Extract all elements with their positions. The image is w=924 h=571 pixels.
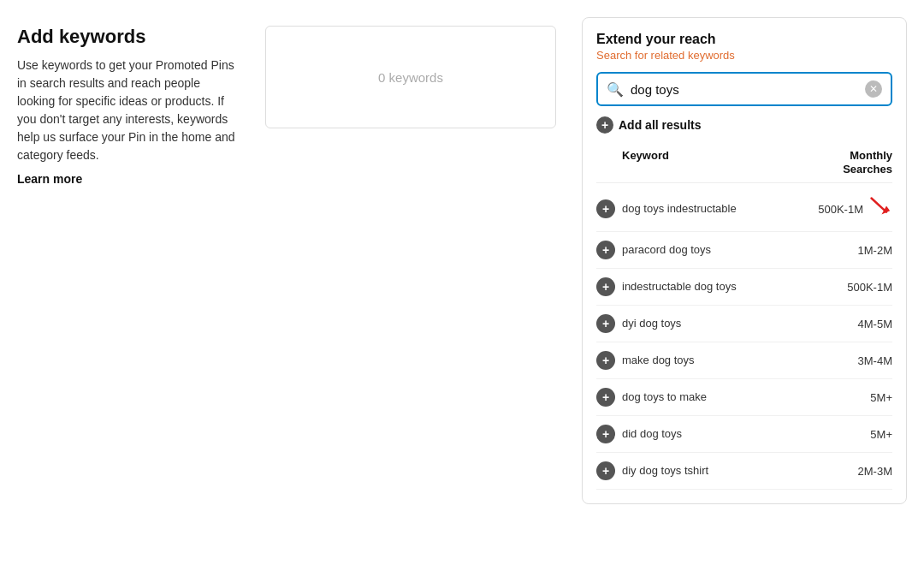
add-keyword-icon[interactable]: + [596, 241, 615, 259]
extend-reach-subtitle: Search for related keywords [596, 49, 892, 62]
keyword-monthly-searches: 3M-4M [858, 354, 892, 367]
keyword-monthly-searches: 4M-5M [858, 318, 892, 330]
keyword-row: +diy dog toys tshirt2M-3M [596, 453, 892, 490]
keyword-row: +make dog toys3M-4M [596, 342, 892, 379]
keywords-placeholder: 0 keywords [378, 70, 443, 85]
left-panel: Add keywords Use keywords to get your Pr… [17, 17, 240, 195]
add-keyword-icon[interactable]: + [596, 314, 615, 333]
keyword-row: +indestructable dog toys500K-1M [596, 269, 892, 306]
search-box: 🔍 ✕ [596, 72, 892, 106]
keyword-text: diy dog toys tshirt [622, 464, 708, 479]
keyword-text: dyi dog toys [622, 317, 681, 331]
page-title: Add keywords [17, 26, 240, 48]
description-text: Use keywords to get your Promoted Pins i… [17, 57, 240, 164]
add-keyword-icon[interactable]: + [596, 199, 615, 218]
add-keyword-icon[interactable]: + [596, 425, 615, 443]
add-all-label: Add all results [619, 118, 701, 132]
keyword-results-list: +dog toys indestructable500K-1M +paracor… [596, 187, 892, 490]
add-keyword-icon[interactable]: + [596, 277, 615, 296]
keyword-monthly-searches: 500K-1M [847, 281, 892, 294]
keyword-monthly-searches: 5M+ [870, 428, 892, 441]
keyword-row: +dog toys indestructable500K-1M [596, 187, 892, 232]
keyword-text: indestructable dog toys [622, 280, 737, 294]
keyword-monthly-searches: 2M-3M [858, 465, 892, 478]
keyword-monthly-searches: 500K-1M [818, 203, 863, 216]
keyword-text: did dog toys [622, 427, 682, 442]
add-keyword-icon[interactable]: + [596, 388, 615, 407]
svg-line-0 [872, 199, 887, 212]
search-icon: 🔍 [607, 81, 624, 98]
keywords-box: 0 keywords [265, 26, 556, 128]
table-header: Keyword MonthlySearches [596, 146, 892, 183]
add-all-button[interactable]: + Add all results [596, 116, 892, 134]
keyword-text: dog toys to make [622, 390, 707, 405]
right-panel: Extend your reach Search for related key… [582, 17, 907, 504]
keyword-row: +dyi dog toys4M-5M [596, 306, 892, 342]
keyword-monthly-searches: 1M-2M [858, 244, 892, 257]
keyword-text: make dog toys [622, 354, 695, 368]
add-keyword-icon[interactable]: + [596, 351, 615, 370]
red-arrow-icon [868, 195, 892, 223]
svg-marker-1 [881, 206, 890, 215]
add-keyword-icon[interactable]: + [596, 461, 615, 480]
middle-panel: 0 keywords [257, 17, 565, 137]
keyword-search-input[interactable] [631, 82, 865, 97]
keyword-text: dog toys indestructable [622, 202, 737, 217]
keyword-monthly-searches: 5M+ [870, 391, 892, 404]
col-keyword-header: Keyword [622, 149, 843, 175]
col-searches-header: MonthlySearches [843, 149, 892, 175]
keyword-row: +did dog toys5M+ [596, 416, 892, 453]
keyword-text: paracord dog toys [622, 243, 711, 258]
add-all-plus-icon: + [596, 116, 613, 134]
keyword-row: +dog toys to make5M+ [596, 379, 892, 416]
learn-more-link[interactable]: Learn more [17, 172, 82, 186]
keyword-row: +paracord dog toys1M-2M [596, 232, 892, 269]
extend-reach-title: Extend your reach [596, 32, 892, 47]
clear-search-icon[interactable]: ✕ [865, 80, 882, 98]
